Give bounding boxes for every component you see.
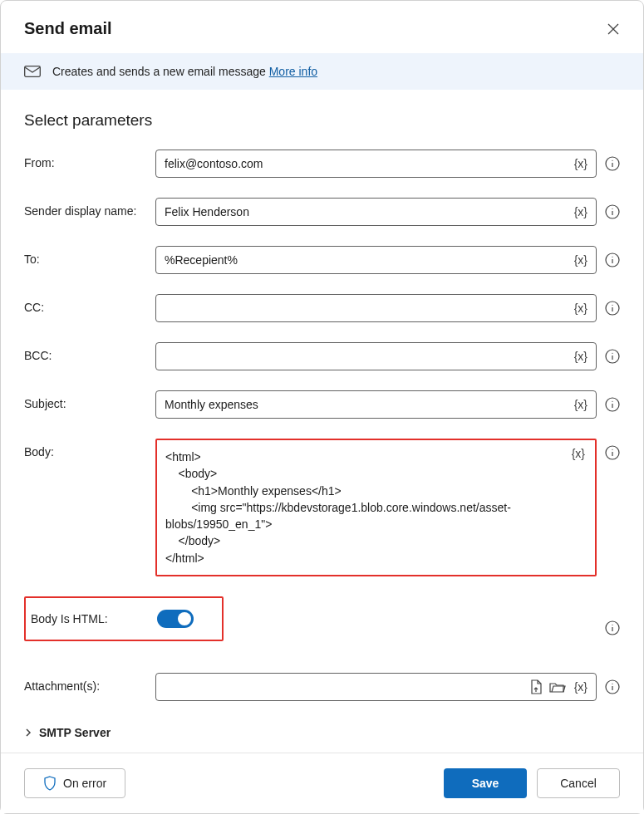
close-icon[interactable] — [607, 22, 620, 36]
to-input[interactable]: %Recepient% {x} — [155, 246, 597, 274]
subject-value: Monthly expenses — [165, 398, 258, 411]
save-label: Save — [472, 777, 499, 790]
cancel-label: Cancel — [560, 777, 597, 790]
to-value: %Recepient% — [165, 253, 238, 267]
cc-input[interactable]: {x} — [155, 294, 597, 322]
svg-point-8 — [612, 305, 612, 306]
row-sender-display: Sender display name: Felix Henderson {x} — [24, 198, 620, 226]
body-is-html-highlight: Body Is HTML: — [24, 596, 224, 641]
section-title: Select parameters — [24, 111, 620, 130]
attachments-input[interactable]: {x} — [155, 673, 597, 701]
variable-icon[interactable]: {x} — [573, 350, 589, 363]
body-input[interactable]: <html> <body> <h1>Monthly expenses</h1> … — [155, 439, 597, 576]
info-icon[interactable] — [605, 397, 620, 412]
subject-input[interactable]: Monthly expenses {x} — [155, 390, 597, 419]
variable-icon[interactable]: {x} — [573, 680, 589, 694]
svg-point-14 — [612, 449, 612, 450]
svg-point-4 — [612, 208, 612, 209]
label-from: From: — [24, 150, 155, 169]
row-from: From: felix@contoso.com {x} — [24, 150, 620, 178]
dialog-footer: On error Save Cancel — [1, 753, 643, 813]
variable-icon[interactable]: {x} — [570, 447, 587, 460]
svg-point-12 — [612, 401, 612, 402]
svg-point-18 — [612, 684, 612, 684]
on-error-label: On error — [63, 777, 106, 790]
variable-icon[interactable]: {x} — [573, 253, 589, 267]
save-button[interactable]: Save — [444, 768, 527, 798]
dialog-content: Select parameters From: felix@contoso.co… — [1, 90, 643, 753]
file-picker-icon[interactable] — [529, 679, 543, 694]
label-to: To: — [24, 246, 155, 266]
mail-icon — [24, 66, 41, 77]
label-subject: Subject: — [24, 390, 155, 410]
folder-picker-icon[interactable] — [549, 681, 566, 694]
row-attachments: Attachment(s): {x} — [24, 673, 620, 701]
send-email-dialog: Send email Creates and sends a new email… — [0, 0, 644, 814]
info-icon[interactable] — [605, 620, 620, 635]
dialog-title: Send email — [24, 19, 112, 38]
dialog-header: Send email — [1, 1, 643, 53]
smtp-server-section[interactable]: SMTP Server — [24, 721, 620, 744]
variable-icon[interactable]: {x} — [573, 205, 589, 218]
info-icon[interactable] — [605, 156, 620, 171]
row-subject: Subject: Monthly expenses {x} — [24, 390, 620, 419]
body-value: <html> <body> <h1>Monthly expenses</h1> … — [165, 449, 587, 566]
from-input[interactable]: felix@contoso.com {x} — [155, 150, 597, 178]
smtp-label: SMTP Server — [39, 726, 111, 739]
chevron-right-icon — [24, 728, 32, 737]
label-body-is-html: Body Is HTML: — [31, 612, 157, 625]
variable-icon[interactable]: {x} — [573, 398, 589, 411]
bcc-input[interactable]: {x} — [155, 342, 597, 370]
info-banner: Creates and sends a new email message Mo… — [1, 53, 643, 90]
row-bcc: BCC: {x} — [24, 342, 620, 370]
label-attachments: Attachment(s): — [24, 673, 155, 693]
label-sender-display: Sender display name: — [24, 198, 155, 218]
label-body: Body: — [24, 439, 155, 458]
shield-icon — [43, 776, 57, 791]
variable-icon[interactable]: {x} — [573, 302, 589, 315]
on-error-button[interactable]: On error — [24, 768, 125, 798]
svg-point-2 — [612, 160, 612, 161]
banner-desc: Creates and sends a new email message — [52, 65, 269, 78]
svg-rect-0 — [25, 66, 41, 77]
info-icon[interactable] — [605, 349, 620, 364]
cancel-button[interactable]: Cancel — [537, 768, 620, 798]
label-bcc: BCC: — [24, 342, 155, 362]
more-info-link[interactable]: More info — [269, 65, 317, 78]
row-to: To: %Recepient% {x} — [24, 246, 620, 274]
banner-text: Creates and sends a new email message Mo… — [52, 65, 317, 78]
info-icon[interactable] — [605, 679, 620, 694]
row-body: Body: <html> <body> <h1>Monthly expenses… — [24, 439, 620, 576]
info-icon[interactable] — [605, 204, 620, 219]
row-cc: CC: {x} — [24, 294, 620, 322]
svg-point-6 — [612, 257, 612, 257]
toggle-knob — [178, 612, 191, 625]
info-icon[interactable] — [605, 445, 620, 460]
info-icon[interactable] — [605, 301, 620, 316]
info-icon[interactable] — [605, 253, 620, 267]
sender-display-value: Felix Henderson — [165, 205, 249, 218]
variable-icon[interactable]: {x} — [573, 157, 589, 170]
from-value: felix@contoso.com — [165, 157, 263, 170]
label-cc: CC: — [24, 294, 155, 314]
svg-point-10 — [612, 353, 612, 354]
body-is-html-toggle[interactable] — [157, 610, 194, 628]
svg-point-16 — [612, 625, 612, 625]
sender-display-input[interactable]: Felix Henderson {x} — [155, 198, 597, 226]
